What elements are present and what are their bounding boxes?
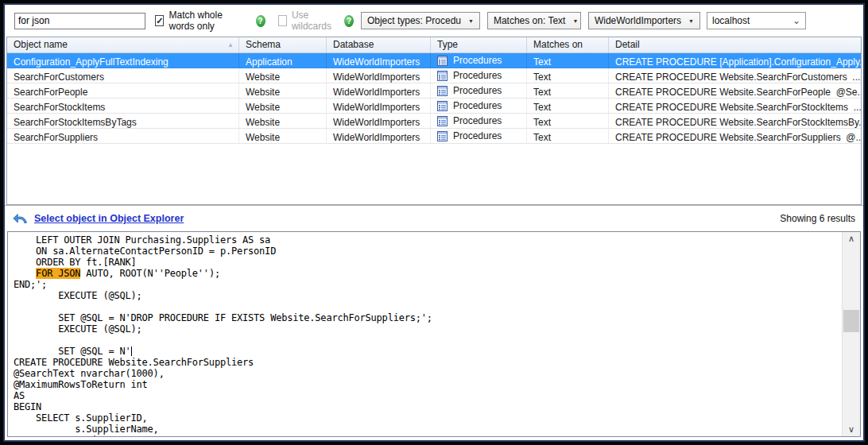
cell-detail: CREATE PROCEDURE [Application].Configura… [609, 53, 861, 68]
use-wildcards-label: Use wildcards [292, 10, 338, 32]
code-line [14, 335, 842, 346]
code-line: SET @SQL = N' [14, 346, 842, 357]
results-empty-area [7, 144, 861, 204]
column-header-detail[interactable]: Detail [609, 37, 861, 52]
code-line: ON sa.AlternateContactPersonID = p.Perso… [14, 246, 842, 257]
cell-schema: Website [239, 99, 327, 113]
cell-detail: CREATE PROCEDURE Website.SearchForPeople… [609, 83, 861, 98]
checkbox-icon[interactable]: ✓ [155, 15, 164, 26]
type-label: Procedures [453, 55, 502, 66]
database-label: WideWorldImporters [595, 15, 681, 26]
match-whole-words-label: Match whole words only [169, 10, 249, 32]
results-count: Showing 6 results [780, 213, 855, 224]
search-match-highlight: FOR JSON [36, 268, 80, 279]
chevron-down-icon: ⌄ [792, 19, 800, 23]
code-line: END;'; [14, 279, 842, 290]
cell-detail: CREATE PROCEDURE Website.SearchForStockI… [609, 114, 861, 128]
select-object-arrow-icon [13, 213, 28, 224]
search-input[interactable] [14, 13, 145, 29]
cell-detail: CREATE PROCEDURE Website.SearchForCustom… [609, 68, 861, 83]
table-row[interactable]: SearchForSuppliers Website WideWorldImpo… [7, 129, 861, 144]
scroll-up-icon[interactable]: ∧ [843, 232, 860, 246]
procedure-icon [437, 86, 448, 96]
sort-ascending-icon: ▲ [227, 41, 234, 48]
code-line: s.SupplierName, [14, 424, 842, 435]
column-header-object-name[interactable]: Object name ▲ [7, 37, 239, 52]
results-grid: Object name ▲ Schema Database Type Match… [6, 37, 862, 205]
code-line: EXECUTE (@SQL); [14, 290, 842, 301]
cell-detail: CREATE PROCEDURE Website.SearchForStockI… [609, 99, 861, 113]
code-line: SET @SQL = N'DROP PROCEDURE IF EXISTS We… [14, 312, 842, 323]
table-row[interactable]: SearchForPeople Website WideWorldImporte… [7, 83, 861, 99]
server-combobox[interactable]: localhost ⌄ [707, 12, 806, 29]
cell-database: WideWorldImporters [327, 53, 431, 68]
cell-type: Procedures [431, 68, 527, 83]
cell-type: Procedures [431, 99, 527, 113]
code-pane[interactable]: LEFT OUTER JOIN Purchasing.Suppliers AS … [8, 232, 842, 436]
cell-matches-on: Text [527, 129, 609, 143]
matches-on-dropdown[interactable]: Matches on: Text ▼ [487, 12, 581, 29]
cell-matches-on: Text [527, 83, 609, 98]
code-line: AS [14, 390, 842, 401]
action-bar: Select object in Object Explorer Showing… [5, 205, 863, 231]
cell-schema: Website [239, 114, 327, 128]
checkbox-icon[interactable] [278, 15, 287, 26]
type-label: Procedures [453, 70, 502, 81]
help-icon[interactable]: ? [344, 15, 354, 27]
type-label: Procedures [453, 115, 502, 126]
procedure-icon [437, 116, 448, 126]
cell-object-name: SearchForStockItems [7, 99, 239, 113]
dropdown-arrow-icon: ▼ [688, 18, 694, 24]
match-whole-words-checkbox[interactable]: ✓ Match whole words only ? [155, 10, 265, 32]
column-header-type[interactable]: Type [431, 37, 527, 52]
table-row[interactable]: SearchForStockItemsByTags Website WideWo… [7, 114, 861, 129]
type-label: Procedures [453, 130, 502, 141]
vertical-scrollbar[interactable]: ∧ ∨ [842, 232, 860, 436]
cell-object-name: SearchForStockItemsByTags [7, 114, 239, 128]
table-row[interactable]: Configuration_ApplyFullTextIndexing Appl… [7, 53, 861, 68]
scroll-down-icon[interactable]: ∨ [843, 423, 860, 436]
cell-matches-on: Text [527, 68, 609, 83]
column-header-database[interactable]: Database [327, 37, 431, 52]
column-header-schema[interactable]: Schema [239, 37, 327, 52]
cell-object-name: SearchForPeople [7, 83, 239, 98]
code-line: CREATE PROCEDURE Website.SearchForSuppli… [14, 357, 842, 368]
cell-matches-on: Text [527, 53, 609, 68]
code-line: EXECUTE (@SQL); [14, 323, 842, 335]
cell-schema: Application [239, 53, 327, 68]
cell-type: Procedures [431, 53, 527, 68]
cell-object-name: SearchForCustomers [7, 68, 239, 83]
table-row[interactable]: SearchForStockItems Website WideWorldImp… [7, 99, 861, 114]
code-line: FOR JSON AUTO, ROOT(N''People''); [14, 268, 842, 279]
help-icon[interactable]: ? [256, 15, 265, 27]
text-caret [131, 346, 132, 356]
type-label: Procedures [453, 85, 502, 96]
search-toolbar: ✓ Match whole words only ? Use wildcards… [5, 5, 863, 37]
code-line: BEGIN [14, 401, 842, 412]
server-label: localhost [712, 15, 792, 26]
procedure-icon [437, 101, 448, 111]
column-header-matches-on[interactable]: Matches on [527, 37, 609, 52]
cell-object-name: Configuration_ApplyFullTextIndexing [7, 53, 239, 68]
table-row[interactable]: SearchForCustomers Website WideWorldImpo… [7, 68, 861, 83]
cell-type: Procedures [431, 83, 527, 98]
window: ✓ Match whole words only ? Use wildcards… [0, 0, 868, 445]
cell-type: Procedures [431, 114, 527, 128]
filter-dropdowns: Object types: Procedu ▼ Matches on: Text… [354, 12, 806, 29]
database-dropdown[interactable]: WideWorldImporters ▼ [588, 12, 700, 29]
cell-schema: Website [239, 129, 327, 143]
select-object-link[interactable]: Select object in Object Explorer [34, 213, 184, 224]
cell-database: WideWorldImporters [327, 68, 431, 83]
results-body: Configuration_ApplyFullTextIndexing Appl… [7, 53, 861, 144]
use-wildcards-checkbox[interactable]: Use wildcards ? [278, 10, 354, 32]
cell-database: WideWorldImporters [327, 83, 431, 98]
cell-database: WideWorldImporters [327, 99, 431, 113]
cell-matches-on: Text [527, 114, 609, 128]
matches-on-label: Matches on: Text [494, 15, 566, 26]
results-grid-header: Object name ▲ Schema Database Type Match… [7, 37, 861, 53]
scrollbar-thumb[interactable] [843, 310, 859, 332]
dropdown-arrow-icon: ▼ [468, 18, 474, 24]
sql-search-window: ✓ Match whole words only ? Use wildcards… [3, 3, 865, 442]
code-line: ORDER BY ft.[RANK] [14, 257, 842, 268]
object-types-dropdown[interactable]: Object types: Procedu ▼ [361, 12, 480, 29]
